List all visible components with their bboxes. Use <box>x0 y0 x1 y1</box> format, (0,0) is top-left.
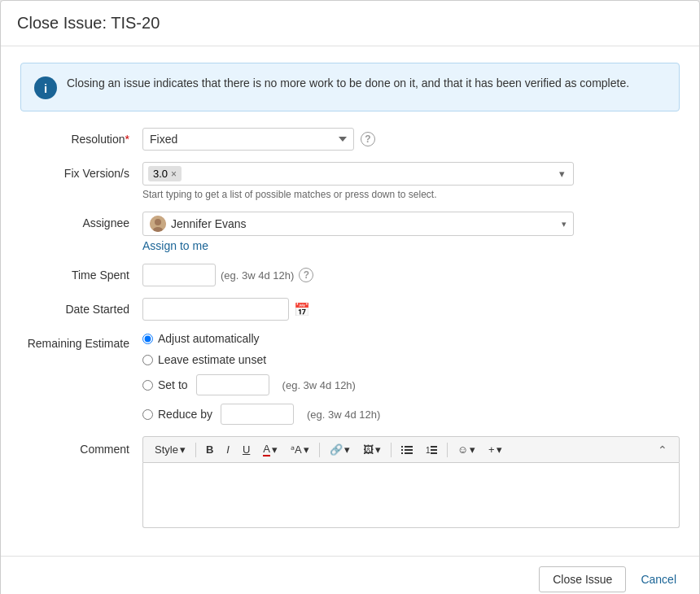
dialog-title: Close Issue: TIS-20 <box>17 14 683 33</box>
radio-row-leave: Leave estimate unset <box>142 353 680 366</box>
dialog-header: Close Issue: TIS-20 <box>1 1 699 46</box>
fix-version-hint: Start typing to get a list of possible m… <box>142 189 680 200</box>
assignee-avatar <box>150 216 166 232</box>
radio-row-set: Set to (eg. 3w 4d 12h) <box>142 374 680 395</box>
toolbar-underline-btn[interactable]: U <box>238 441 255 458</box>
radio-reduce-label: Reduce by <box>158 408 212 421</box>
time-spent-hint: (eg. 3w 4d 12h) <box>221 269 294 282</box>
svg-rect-6 <box>405 449 413 451</box>
version-tag-remove[interactable]: × <box>171 168 177 180</box>
radio-group: Adjust automatically Leave estimate unse… <box>142 332 680 425</box>
toolbar-sep-3 <box>391 443 392 457</box>
toolbar-bullet-list-btn[interactable] <box>396 442 418 458</box>
assign-to-me-link[interactable]: Assign to me <box>142 239 208 252</box>
fix-version-row: Fix Version/s 3.0 × ▾ Start typing to ge… <box>20 162 680 200</box>
toolbar-bold-btn[interactable]: B <box>201 441 218 458</box>
dialog-body: i Closing an issue indicates that there … <box>1 46 699 556</box>
radio-set-hint: (eg. 3w 4d 12h) <box>282 379 356 391</box>
fix-version-label: Fix Version/s <box>20 162 142 180</box>
comment-row: Comment Style ▾ B I U <box>20 436 680 528</box>
fix-version-control: 3.0 × ▾ Start typing to get a list of po… <box>142 162 680 200</box>
assignee-chevron-icon: ▾ <box>562 219 567 229</box>
radio-leave[interactable] <box>142 355 153 365</box>
resolution-row: Resolution* Fixed Won't Fix Duplicate In… <box>20 128 680 151</box>
assignee-name: Jennifer Evans <box>171 217 557 230</box>
date-started-label: Date Started <box>20 298 142 316</box>
toolbar-text-color-btn[interactable]: A ▾ <box>258 440 282 459</box>
comment-control: Style ▾ B I U A ▾ <box>142 436 680 528</box>
resolution-control: Fixed Won't Fix Duplicate Incomplete ? <box>142 128 680 151</box>
toolbar-sep-2 <box>319 443 320 457</box>
time-spent-row: Time Spent (eg. 3w 4d 12h) ? <box>20 264 680 286</box>
svg-rect-8 <box>405 452 413 454</box>
radio-row-reduce: Reduce by (eg. 3w 4d 12h) <box>142 404 680 425</box>
radio-reduce[interactable] <box>142 409 153 420</box>
resolution-select[interactable]: Fixed Won't Fix Duplicate Incomplete <box>142 128 354 151</box>
fix-version-field[interactable]: 3.0 × ▾ <box>142 162 574 186</box>
calendar-icon[interactable]: 📅 <box>294 302 310 317</box>
svg-rect-4 <box>405 446 413 448</box>
version-tag-label: 3.0 <box>153 168 168 180</box>
svg-rect-3 <box>401 446 403 448</box>
date-started-control: 30/Jun/15 10:41 AM 📅 <box>142 298 680 321</box>
time-spent-label: Time Spent <box>20 264 142 282</box>
svg-rect-7 <box>401 452 403 454</box>
time-spent-help-icon[interactable]: ? <box>299 268 313 282</box>
radio-row-adjust: Adjust automatically <box>142 332 680 345</box>
date-started-input[interactable]: 30/Jun/15 10:41 AM <box>142 298 289 321</box>
svg-rect-12 <box>431 452 437 454</box>
radio-reduce-input[interactable] <box>221 404 294 425</box>
comment-textarea[interactable] <box>142 463 680 528</box>
toolbar-link-btn[interactable]: 🔗 ▾ <box>325 441 355 458</box>
remaining-estimate-control: Adjust automatically Leave estimate unse… <box>142 332 680 425</box>
toolbar-more-btn[interactable]: + ▾ <box>483 441 507 458</box>
remaining-estimate-row: Remaining Estimate Adjust automatically … <box>20 332 680 425</box>
svg-point-1 <box>155 219 161 225</box>
info-text: Closing an issue indicates that there is… <box>67 75 629 92</box>
remaining-estimate-label: Remaining Estimate <box>20 332 142 350</box>
cancel-button[interactable]: Cancel <box>634 567 683 592</box>
assignee-field[interactable]: Jennifer Evans ▾ <box>142 212 574 236</box>
toolbar-style-btn[interactable]: Style ▾ <box>150 441 190 458</box>
toolbar-italic-btn[interactable]: I <box>221 441 234 458</box>
svg-rect-10 <box>431 446 437 448</box>
required-star: * <box>125 133 129 146</box>
assignee-control: Jennifer Evans ▾ Assign to me <box>142 212 680 252</box>
close-issue-dialog: Close Issue: TIS-20 i Closing an issue i… <box>0 0 700 594</box>
assignee-label: Assignee <box>20 212 142 229</box>
radio-set[interactable] <box>142 380 153 391</box>
info-icon: i <box>34 76 57 99</box>
radio-adjust-label: Adjust automatically <box>158 332 260 345</box>
radio-leave-label: Leave estimate unset <box>158 353 266 366</box>
version-tag: 3.0 × <box>148 166 182 181</box>
time-spent-control: (eg. 3w 4d 12h) ? <box>142 264 680 286</box>
toolbar-text-format-btn[interactable]: ᵃA ▾ <box>286 441 314 458</box>
resolution-help-icon[interactable]: ? <box>361 132 375 146</box>
assignee-row: Assignee Jennifer Evans ▾ Assign to me <box>20 212 680 252</box>
toolbar-sep-1 <box>195 443 196 457</box>
radio-set-input[interactable] <box>196 374 269 395</box>
toolbar-image-btn[interactable]: 🖼 ▾ <box>358 441 386 458</box>
comment-toolbar: Style ▾ B I U A ▾ <box>142 436 680 463</box>
version-dropdown-button[interactable]: ▾ <box>556 166 568 181</box>
info-box: i Closing an issue indicates that there … <box>20 63 680 111</box>
dialog-footer: Close Issue Cancel <box>1 556 699 594</box>
comment-label: Comment <box>20 436 142 456</box>
toolbar-collapse-btn[interactable]: ⌃ <box>653 441 672 459</box>
radio-reduce-hint: (eg. 3w 4d 12h) <box>307 408 380 421</box>
resolution-label: Resolution* <box>20 128 142 146</box>
toolbar-emoji-btn[interactable]: ☺ ▾ <box>453 441 480 458</box>
radio-set-label: Set to <box>158 378 188 391</box>
time-spent-input[interactable] <box>142 264 216 286</box>
close-issue-button[interactable]: Close Issue <box>539 566 626 592</box>
date-started-row: Date Started 30/Jun/15 10:41 AM 📅 <box>20 298 680 321</box>
radio-adjust[interactable] <box>142 334 153 344</box>
svg-rect-11 <box>431 449 437 451</box>
toolbar-number-list-btn[interactable]: 1. <box>421 442 442 458</box>
toolbar-sep-4 <box>447 443 448 457</box>
svg-rect-5 <box>401 449 403 451</box>
